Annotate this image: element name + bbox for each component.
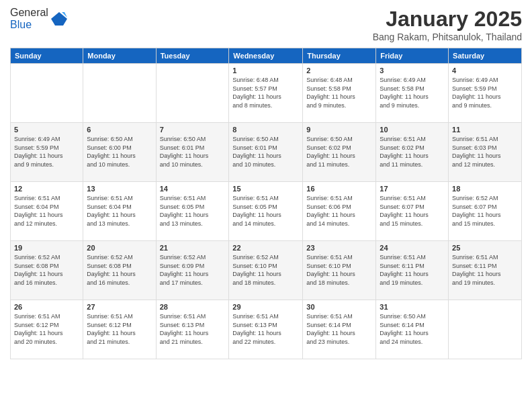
calendar-header-row: SundayMondayTuesdayWednesdayThursdayFrid… <box>11 48 522 64</box>
day-info: Sunrise: 6:51 AM Sunset: 6:13 PM Dayligh… <box>160 312 226 346</box>
calendar-cell <box>11 64 83 123</box>
day-number: 21 <box>160 244 226 252</box>
day-info: Sunrise: 6:51 AM Sunset: 6:07 PM Dayligh… <box>380 194 445 228</box>
logo: General Blue <box>10 7 69 31</box>
title-area: January 2025 Bang Rakam, Phitsanulok, Th… <box>373 7 522 42</box>
day-info: Sunrise: 6:51 AM Sunset: 6:12 PM Dayligh… <box>14 312 79 346</box>
day-number: 26 <box>14 303 79 311</box>
day-number: 1 <box>232 66 299 75</box>
day-info: Sunrise: 6:50 AM Sunset: 6:01 PM Dayligh… <box>160 135 226 169</box>
logo-general-text: General <box>10 7 48 18</box>
day-number: 16 <box>306 185 372 193</box>
day-number: 5 <box>14 126 79 134</box>
day-info: Sunrise: 6:48 AM Sunset: 5:57 PM Dayligh… <box>232 76 299 109</box>
header: General Blue January 2025 Bang Rakam, Ph… <box>10 7 522 42</box>
day-number: 9 <box>306 126 372 134</box>
day-info: Sunrise: 6:51 AM Sunset: 6:03 PM Dayligh… <box>452 135 518 169</box>
calendar-cell: 10Sunrise: 6:51 AM Sunset: 6:02 PM Dayli… <box>376 123 449 182</box>
calendar-cell: 21Sunrise: 6:52 AM Sunset: 6:09 PM Dayli… <box>156 241 229 300</box>
day-number: 15 <box>232 185 299 193</box>
calendar-cell: 30Sunrise: 6:51 AM Sunset: 6:14 PM Dayli… <box>303 300 376 359</box>
day-info: Sunrise: 6:51 AM Sunset: 6:11 PM Dayligh… <box>452 253 518 287</box>
calendar-cell: 24Sunrise: 6:51 AM Sunset: 6:11 PM Dayli… <box>376 241 449 300</box>
calendar-cell: 19Sunrise: 6:52 AM Sunset: 6:08 PM Dayli… <box>11 241 83 300</box>
calendar-cell: 9Sunrise: 6:50 AM Sunset: 6:02 PM Daylig… <box>303 123 376 182</box>
day-number: 27 <box>87 303 152 311</box>
calendar-cell: 28Sunrise: 6:51 AM Sunset: 6:13 PM Dayli… <box>156 300 229 359</box>
calendar-cell: 1Sunrise: 6:48 AM Sunset: 5:57 PM Daylig… <box>229 64 303 123</box>
calendar-week-row: 5Sunrise: 6:49 AM Sunset: 5:59 PM Daylig… <box>11 123 522 182</box>
calendar-cell: 6Sunrise: 6:50 AM Sunset: 6:00 PM Daylig… <box>83 123 156 182</box>
day-info: Sunrise: 6:50 AM Sunset: 6:02 PM Dayligh… <box>306 135 372 169</box>
day-info: Sunrise: 6:51 AM Sunset: 6:14 PM Dayligh… <box>306 312 372 346</box>
calendar-table: SundayMondayTuesdayWednesdayThursdayFrid… <box>10 48 522 359</box>
calendar-week-row: 1Sunrise: 6:48 AM Sunset: 5:57 PM Daylig… <box>11 64 522 123</box>
calendar-cell: 26Sunrise: 6:51 AM Sunset: 6:12 PM Dayli… <box>11 300 83 359</box>
day-number: 14 <box>160 185 226 193</box>
day-info: Sunrise: 6:51 AM Sunset: 6:10 PM Dayligh… <box>306 253 372 287</box>
day-info: Sunrise: 6:51 AM Sunset: 6:05 PM Dayligh… <box>232 194 299 228</box>
calendar-cell: 13Sunrise: 6:51 AM Sunset: 6:04 PM Dayli… <box>83 182 156 241</box>
calendar-cell <box>156 64 229 123</box>
day-info: Sunrise: 6:52 AM Sunset: 6:09 PM Dayligh… <box>160 253 226 287</box>
day-number: 29 <box>232 303 299 311</box>
calendar-cell <box>449 300 522 359</box>
day-info: Sunrise: 6:52 AM Sunset: 6:10 PM Dayligh… <box>232 253 299 287</box>
calendar-cell: 31Sunrise: 6:50 AM Sunset: 6:14 PM Dayli… <box>376 300 449 359</box>
day-info: Sunrise: 6:51 AM Sunset: 6:13 PM Dayligh… <box>232 312 299 346</box>
day-info: Sunrise: 6:49 AM Sunset: 5:59 PM Dayligh… <box>452 76 518 109</box>
calendar-cell: 27Sunrise: 6:51 AM Sunset: 6:12 PM Dayli… <box>83 300 156 359</box>
day-number: 7 <box>160 126 226 134</box>
calendar-weekday: Wednesday <box>229 48 303 64</box>
day-number: 20 <box>87 244 152 252</box>
day-number: 28 <box>160 303 226 311</box>
calendar-cell: 15Sunrise: 6:51 AM Sunset: 6:05 PM Dayli… <box>229 182 303 241</box>
day-number: 3 <box>380 66 445 75</box>
day-info: Sunrise: 6:51 AM Sunset: 6:04 PM Dayligh… <box>14 194 79 228</box>
day-number: 19 <box>14 244 79 252</box>
calendar-cell: 5Sunrise: 6:49 AM Sunset: 5:59 PM Daylig… <box>11 123 83 182</box>
day-number: 4 <box>452 66 518 75</box>
page: General Blue January 2025 Bang Rakam, Ph… <box>0 0 532 411</box>
day-number: 31 <box>380 303 445 311</box>
day-number: 24 <box>380 244 445 252</box>
day-number: 17 <box>380 185 445 193</box>
day-info: Sunrise: 6:51 AM Sunset: 6:11 PM Dayligh… <box>380 253 445 287</box>
day-number: 10 <box>380 126 445 134</box>
day-info: Sunrise: 6:52 AM Sunset: 6:07 PM Dayligh… <box>452 194 518 228</box>
day-info: Sunrise: 6:51 AM Sunset: 6:02 PM Dayligh… <box>380 135 445 169</box>
calendar-cell: 3Sunrise: 6:49 AM Sunset: 5:58 PM Daylig… <box>376 64 449 123</box>
day-number: 22 <box>232 244 299 252</box>
calendar-cell: 25Sunrise: 6:51 AM Sunset: 6:11 PM Dayli… <box>449 241 522 300</box>
day-number: 11 <box>452 126 518 134</box>
day-info: Sunrise: 6:52 AM Sunset: 6:08 PM Dayligh… <box>14 253 79 287</box>
calendar-weekday: Saturday <box>449 48 522 64</box>
calendar-cell: 12Sunrise: 6:51 AM Sunset: 6:04 PM Dayli… <box>11 182 83 241</box>
calendar-weekday: Sunday <box>11 48 83 64</box>
day-info: Sunrise: 6:51 AM Sunset: 6:05 PM Dayligh… <box>160 194 226 228</box>
calendar-cell: 20Sunrise: 6:52 AM Sunset: 6:08 PM Dayli… <box>83 241 156 300</box>
calendar-week-row: 12Sunrise: 6:51 AM Sunset: 6:04 PM Dayli… <box>11 182 522 241</box>
calendar-cell: 8Sunrise: 6:50 AM Sunset: 6:01 PM Daylig… <box>229 123 303 182</box>
month-title: January 2025 <box>373 7 522 32</box>
calendar-cell: 29Sunrise: 6:51 AM Sunset: 6:13 PM Dayli… <box>229 300 303 359</box>
day-info: Sunrise: 6:51 AM Sunset: 6:12 PM Dayligh… <box>87 312 152 346</box>
day-number: 25 <box>452 244 518 252</box>
day-info: Sunrise: 6:49 AM Sunset: 5:58 PM Dayligh… <box>380 76 445 109</box>
calendar-week-row: 26Sunrise: 6:51 AM Sunset: 6:12 PM Dayli… <box>11 300 522 359</box>
day-number: 30 <box>306 303 372 311</box>
day-number: 12 <box>14 185 79 193</box>
calendar-cell: 14Sunrise: 6:51 AM Sunset: 6:05 PM Dayli… <box>156 182 229 241</box>
day-info: Sunrise: 6:51 AM Sunset: 6:04 PM Dayligh… <box>87 194 152 228</box>
calendar-cell: 11Sunrise: 6:51 AM Sunset: 6:03 PM Dayli… <box>449 123 522 182</box>
calendar-cell: 22Sunrise: 6:52 AM Sunset: 6:10 PM Dayli… <box>229 241 303 300</box>
calendar-weekday: Monday <box>83 48 156 64</box>
calendar-weekday: Tuesday <box>156 48 229 64</box>
day-info: Sunrise: 6:52 AM Sunset: 6:08 PM Dayligh… <box>87 253 152 287</box>
day-info: Sunrise: 6:48 AM Sunset: 5:58 PM Dayligh… <box>306 76 372 109</box>
day-info: Sunrise: 6:51 AM Sunset: 6:06 PM Dayligh… <box>306 194 372 228</box>
day-info: Sunrise: 6:50 AM Sunset: 6:14 PM Dayligh… <box>380 312 445 346</box>
day-info: Sunrise: 6:50 AM Sunset: 6:01 PM Dayligh… <box>232 135 299 169</box>
calendar-week-row: 19Sunrise: 6:52 AM Sunset: 6:08 PM Dayli… <box>11 241 522 300</box>
calendar-weekday: Thursday <box>303 48 376 64</box>
